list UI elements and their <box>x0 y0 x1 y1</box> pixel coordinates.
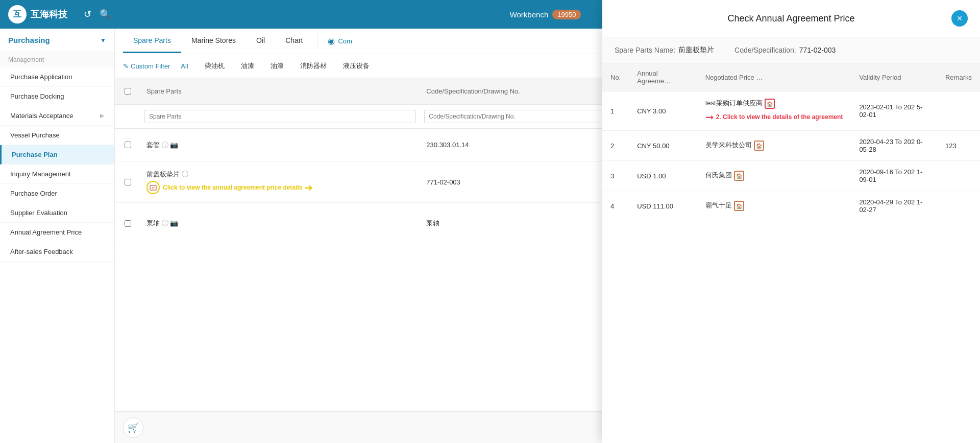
cart-button[interactable]: 🛒 <box>123 417 143 438</box>
app-logo: 互 互海科技 <box>8 5 67 24</box>
sidebar-item-purchase-plan[interactable]: Purchase Plan <box>0 145 114 165</box>
modal-panel: Check Annual Agreement Price × Spare Par… <box>602 29 980 443</box>
modal-row3-supplier: 何氏集团🏠 <box>697 161 851 191</box>
row3-info-icon[interactable]: ⓘ <box>162 219 168 227</box>
modal-code-label: Code/Specification: <box>734 46 796 54</box>
modal-code-info: Code/Specification: 771-02-003 <box>734 46 836 54</box>
sidebar-item-label: Materials Acceptance <box>10 112 74 120</box>
modal-row2-validity: 2020-04-23 To 202 0-05-28 <box>851 131 937 161</box>
tab-radio-label: Com <box>338 37 352 45</box>
sidebar-management-label: Management <box>0 52 114 67</box>
row3-checkbox-cell <box>115 217 140 230</box>
chevron-right-icon: ▶ <box>100 112 104 119</box>
row1-img-icon[interactable]: 📷 <box>170 141 178 149</box>
modal-th-validity: Validity Period <box>851 63 937 91</box>
app-body: Purchasing ▼ Management Purchase Applica… <box>0 29 980 443</box>
modal-table: No. Annual Agreeme… Negotiated Price … V… <box>602 63 980 443</box>
annual-price-icon[interactable] <box>146 181 160 194</box>
annotation-arrow-right: ➔ <box>304 181 313 194</box>
row1-name-cell: 套管 ⓘ 📷 <box>140 137 420 153</box>
sidebar-item-label: Inquiry Management <box>10 170 71 178</box>
sidebar-item-label: Purchase Application <box>10 73 72 81</box>
sidebar-item-materials-acceptance[interactable]: Materials Acceptance ▶ <box>0 106 114 126</box>
modal-row2-supplier: 吴学来科技公司🏠 <box>697 131 851 161</box>
modal-row3-annual: USD 1.00 <box>629 161 697 191</box>
modal-table-row: 2CNY 50.00吴学来科技公司🏠2020-04-23 To 202 0-05… <box>602 131 980 161</box>
header-nav: ↺ 🔍 <box>82 7 113 22</box>
modal-info-bar: Spare Parts Name: 前盖板垫片 Code/Specificati… <box>602 37 980 63</box>
sidebar: Purchasing ▼ Management Purchase Applica… <box>0 29 115 443</box>
row2-checkbox-cell <box>115 176 140 189</box>
annotation-label-text: Click to view the annual agreement price… <box>163 184 302 191</box>
filter-all-tag[interactable]: All <box>175 60 193 72</box>
search-button[interactable]: 🔍 <box>97 7 113 22</box>
row1-name: 套管 <box>146 141 160 149</box>
modal-code-value: 771-02-003 <box>799 46 836 54</box>
modal-row1-validity: 2023-02-01 To 202 5-02-01 <box>851 91 937 131</box>
back-button[interactable]: ↺ <box>82 7 93 22</box>
tab-spare-parts[interactable]: Spare Parts <box>123 29 181 53</box>
row2-name-cell: 前盖板垫片 ⓘ Click to view the annual agreeme… <box>140 167 420 197</box>
row2-name: 前盖板垫片 <box>146 170 180 178</box>
modal-row2-supplier-icon[interactable]: 🏠 <box>754 141 764 151</box>
sidebar-item-label: Annual Agreement Price <box>10 228 82 236</box>
filter-tag-0[interactable]: 柴油机 <box>199 59 230 73</box>
row2-info-icon[interactable]: ⓘ <box>182 170 188 178</box>
modal-spare-parts-info: Spare Parts Name: 前盖板垫片 <box>615 45 714 55</box>
filter-tag-4[interactable]: 液压设备 <box>337 59 375 73</box>
modal-row2-annual: CNY 50.00 <box>629 131 697 161</box>
sidebar-item-after-sales-feedback[interactable]: After-sales Feedback <box>0 242 114 262</box>
modal-row4-no: 4 <box>602 191 629 221</box>
filter-tag-1[interactable]: 油漆 <box>235 59 260 73</box>
modal-table-row: 3USD 1.00何氏集团🏠2020-09-16 To 202 1-09-01 <box>602 161 980 191</box>
modal-row3-remarks <box>937 161 980 191</box>
filter-tag-3[interactable]: 消防器材 <box>295 59 332 73</box>
sidebar-item-label: Purchase Order <box>10 190 57 197</box>
modal-row3-validity: 2020-09-16 To 202 1-09-01 <box>851 161 937 191</box>
row1-checkbox[interactable] <box>125 142 131 148</box>
sidebar-item-annual-agreement-price[interactable]: Annual Agreement Price <box>0 223 114 242</box>
custom-filter-label: Custom Filter <box>131 62 170 70</box>
sidebar-item-inquiry-management[interactable]: Inquiry Management <box>0 165 114 184</box>
modal-row3-supplier-icon[interactable]: 🏠 <box>734 171 744 181</box>
modal-row4-validity: 2020-04-29 To 202 1-02-27 <box>851 191 937 221</box>
sidebar-item-vessel-purchase[interactable]: Vessel Purchase <box>0 126 114 145</box>
workbench-badge[interactable]: 19950 <box>552 10 581 19</box>
row3-checkbox[interactable] <box>125 220 131 227</box>
app-name: 互海科技 <box>31 8 67 20</box>
modal-row3-no: 3 <box>602 161 629 191</box>
select-all-checkbox[interactable] <box>125 88 131 95</box>
modal-row1-supplier-icon[interactable]: 🏠 <box>765 99 775 109</box>
search-spare-parts-cell <box>140 108 420 125</box>
tab-radio-com[interactable]: ◉ Com <box>322 36 358 46</box>
modal-row4-annual: USD 111.00 <box>629 191 697 221</box>
th-spare-parts: Spare Parts <box>140 83 420 99</box>
modal-row4-remarks <box>937 191 980 221</box>
sidebar-item-purchase-application[interactable]: Purchase Application <box>0 67 114 87</box>
tab-oil[interactable]: Oil <box>246 29 275 53</box>
modal-row1-remarks <box>937 91 980 131</box>
filter-tag-2[interactable]: 油漆 <box>265 59 289 73</box>
tab-chart[interactable]: Chart <box>275 29 313 53</box>
tab-marine-stores[interactable]: Marine Stores <box>181 29 246 53</box>
modal-row2-no: 2 <box>602 131 629 161</box>
custom-filter-button[interactable]: ✎ Custom Filter <box>123 62 170 70</box>
sidebar-item-purchase-docking[interactable]: Purchase Docking <box>0 87 114 106</box>
modal-row1-annual: CNY 3.00 <box>629 91 697 131</box>
row2-checkbox[interactable] <box>125 179 131 185</box>
logo-icon: 互 <box>8 5 27 24</box>
sidebar-item-purchase-order[interactable]: Purchase Order <box>0 184 114 203</box>
row1-info-icon[interactable]: ⓘ <box>162 141 168 149</box>
annotation2-arrow: ➞ <box>705 111 714 123</box>
row1-checkbox-cell <box>115 138 140 151</box>
th-checkbox <box>115 83 140 99</box>
modal-table-row: 4USD 111.00霸气十足🏠2020-04-29 To 202 1-02-2… <box>602 191 980 221</box>
sidebar-item-supplier-evaluation[interactable]: Supplier Evaluation <box>0 203 114 223</box>
sidebar-section-purchasing[interactable]: Purchasing ▼ <box>0 29 114 52</box>
sidebar-item-label: After-sales Feedback <box>10 248 73 255</box>
sidebar-section-label: Purchasing <box>8 36 50 44</box>
modal-row4-supplier-icon[interactable]: 🏠 <box>734 201 744 211</box>
sidebar-item-label: Purchase Docking <box>10 92 64 100</box>
search-spare-parts-input[interactable] <box>144 110 416 123</box>
row3-img-icon[interactable]: 📷 <box>170 219 178 227</box>
